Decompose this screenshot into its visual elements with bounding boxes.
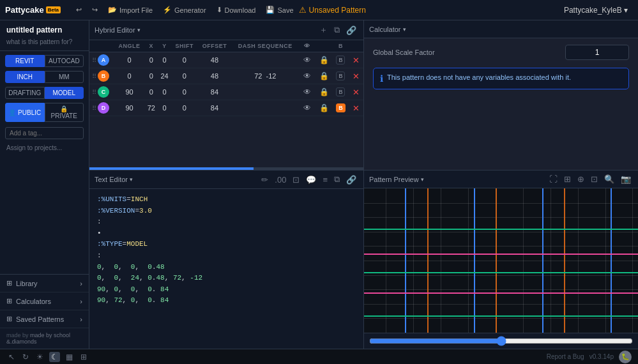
row-c-bold-button[interactable]: B (336, 87, 345, 96)
download-label: Download (225, 6, 256, 14)
mode-moon-button[interactable]: ☾ (49, 352, 60, 362)
text-editor-arrow-icon: ▾ (130, 176, 133, 183)
row-b-eye[interactable]: 👁 (299, 68, 315, 84)
format-button[interactable]: .00 (273, 173, 288, 186)
tag-input[interactable] (5, 127, 84, 139)
sidebar-item-calculators[interactable]: ⊞ Calculators › (0, 292, 89, 310)
download-button[interactable]: ⬇ Download (211, 3, 261, 17)
link-text-button[interactable]: 🔗 (344, 173, 358, 186)
row-b-bold[interactable]: B (333, 68, 348, 84)
link-hybrid-button[interactable]: 🔗 (344, 23, 358, 37)
code-editor[interactable]: :%UNITS=INCH :%VERSION=3.0 : • :%TYPE=MO… (89, 189, 363, 349)
row-d-eye-button[interactable]: 👁 (302, 103, 312, 113)
row-c-bold[interactable]: B (333, 84, 348, 100)
row-d-delete-button[interactable]: ✕ (351, 103, 361, 113)
row-d-bold-button[interactable]: B (336, 103, 346, 112)
preview-expand-button[interactable]: ⛶ (547, 173, 559, 185)
row-c-delete-button[interactable]: ✕ (351, 87, 361, 97)
row-d-del[interactable]: ✕ (348, 100, 363, 116)
mode-tile1-button[interactable]: ▦ (64, 352, 75, 362)
copy-text-button[interactable]: ⧉ (332, 173, 342, 186)
private-toggle-button[interactable]: 🔒 PRIVATE (45, 103, 84, 122)
autocad-toggle-button[interactable]: AUTOCAD (45, 55, 84, 67)
row-c-eye-button[interactable]: 👁 (302, 87, 312, 97)
row-a-bold-button[interactable]: B (336, 56, 345, 64)
row-a-eye-button[interactable]: 👁 (302, 55, 312, 65)
generator-button[interactable]: ⚡ Generator (158, 3, 211, 17)
mode-sun-button[interactable]: ☀ (34, 352, 45, 362)
col-header-shift: SHIFT (171, 40, 198, 52)
row-c-eye[interactable]: 👁 (299, 84, 315, 100)
row-a-del[interactable]: ✕ (348, 52, 363, 68)
drag-handle-icon[interactable]: ⠿ (92, 105, 96, 112)
row-d-bold[interactable]: B (333, 100, 348, 116)
text-editor-title[interactable]: Text Editor ▾ (95, 176, 133, 183)
preview-canvas[interactable] (364, 188, 638, 333)
redo-button[interactable]: ↪ (87, 3, 103, 17)
row-b-del[interactable]: ✕ (348, 68, 363, 84)
row-c-del[interactable]: ✕ (348, 84, 363, 100)
row-a-delete-button[interactable]: ✕ (351, 56, 361, 65)
expand-text-button[interactable]: ⊡ (291, 173, 301, 186)
hybrid-editor-header: Hybrid Editor ▾ ＋ ⧉ 🔗 (89, 20, 363, 40)
row-b-lock[interactable]: 🔒 (315, 68, 333, 84)
preview-slider[interactable] (369, 336, 633, 346)
copy-hybrid-button[interactable]: ⧉ (332, 23, 342, 37)
comment-button[interactable]: 💬 (304, 173, 318, 186)
mode-arrow-button[interactable]: ↖ (6, 352, 17, 362)
drag-handle-icon[interactable]: ⠿ (92, 73, 96, 80)
public-toggle-button[interactable]: 👤 PUBLIC (5, 103, 45, 122)
bug-icon-button[interactable]: 🐛 (619, 351, 632, 363)
row-a-bold[interactable]: B (333, 52, 348, 68)
import-file-button[interactable]: 📂 Import File (103, 3, 158, 17)
align-button[interactable]: ≡ (321, 173, 330, 186)
row-a-lock-button[interactable]: 🔒 (318, 55, 330, 65)
revit-toggle-button[interactable]: REVIT (5, 55, 45, 67)
model-toggle-button[interactable]: MODEL (45, 87, 84, 99)
sidebar-item-saved-patterns[interactable]: ⊞ Saved Patterns › (0, 310, 89, 328)
hybrid-editor-title[interactable]: Hybrid Editor ▾ (95, 26, 141, 34)
calculator-title[interactable]: Calculator ▾ (369, 26, 406, 33)
row-a-lock[interactable]: 🔒 (315, 52, 333, 68)
preview-grid-button[interactable]: ⊞ (562, 173, 573, 185)
row-d-lock[interactable]: 🔒 (315, 100, 333, 116)
mode-rotate-button[interactable]: ↻ (20, 352, 31, 362)
add-row-button[interactable]: ＋ (317, 23, 330, 37)
preview-fit-button[interactable]: ⊡ (589, 173, 600, 185)
sidebar-item-library[interactable]: ⊞ Library › (0, 275, 89, 292)
drag-handle-icon[interactable]: ⠿ (92, 89, 96, 96)
global-scale-label: Global Scale Factor (373, 49, 435, 56)
mm-toggle-button[interactable]: MM (45, 71, 84, 83)
calculators-icon: ⊞ (6, 297, 12, 305)
row-d-offset: 84 (198, 100, 232, 116)
row-d-lock-button[interactable]: 🔒 (318, 103, 330, 113)
logo-text: Pattycake (5, 5, 44, 15)
row-a-eye[interactable]: 👁 (299, 52, 315, 68)
user-menu[interactable]: Pattycake_KyleB ▾ (559, 3, 633, 17)
global-scale-input[interactable] (565, 45, 629, 60)
row-c-lock-button[interactable]: 🔒 (318, 87, 330, 97)
row-b-eye-button[interactable]: 👁 (302, 71, 312, 81)
preview-camera-button[interactable]: 📷 (619, 173, 633, 185)
edit-text-button[interactable]: ✏ (259, 173, 270, 186)
status-bar: ↖ ↻ ☀ ☾ ▦ ⊞ Report a Bug v0.3.14p 🐛 (0, 349, 638, 364)
row-d-eye[interactable]: 👁 (299, 100, 315, 116)
save-button[interactable]: 💾 Save (261, 3, 298, 17)
drag-handle-icon[interactable]: ⠿ (92, 57, 96, 64)
row-c-lock[interactable]: 🔒 (315, 84, 333, 100)
drafting-toggle-button[interactable]: DRAFTING (5, 87, 45, 99)
code-line: 90, 0, 0, 0. 84 (97, 284, 356, 296)
inch-toggle-button[interactable]: INCH (5, 71, 45, 83)
preview-zoom-out-button[interactable]: 🔍 (602, 173, 616, 185)
report-bug-link[interactable]: Report a Bug (547, 353, 584, 360)
row-b-bold-button[interactable]: B (336, 72, 345, 80)
undo-button[interactable]: ↩ (71, 3, 87, 17)
preview-settings-button[interactable]: ⊕ (575, 173, 586, 185)
assign-projects-link[interactable]: Assign to projects... (0, 142, 89, 154)
row-b-delete-button[interactable]: ✕ (351, 72, 361, 81)
mode-tile2-button[interactable]: ⊞ (79, 352, 89, 362)
row-b-lock-button[interactable]: 🔒 (318, 71, 330, 81)
row-a-dash (231, 52, 299, 68)
unsaved-label: Unsaved Pattern (309, 6, 366, 15)
pattern-preview-title[interactable]: Pattern Preview ▾ (369, 176, 424, 183)
